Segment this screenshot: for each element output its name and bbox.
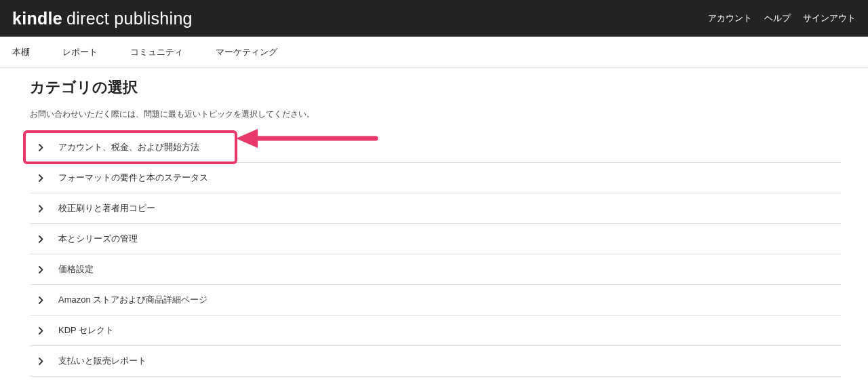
category-item-books-series[interactable]: 本とシリーズの管理: [30, 224, 841, 254]
category-label: 支払いと販売レポート: [58, 355, 146, 367]
category-label: 価格設定: [58, 263, 94, 275]
content: カテゴリの選択 お問い合わせいただく際には、問題に最も近いトピックを選択してくだ…: [0, 68, 868, 382]
header-link-help[interactable]: ヘルプ: [764, 12, 791, 24]
category-label: KDP セレクト: [58, 324, 114, 337]
nav-marketing[interactable]: マーケティング: [216, 46, 277, 58]
header-link-signout[interactable]: サインアウト: [803, 12, 856, 24]
category-item-proof[interactable]: 校正刷りと著者用コピー: [30, 193, 841, 224]
page-subtitle: お問い合わせいただく際には、問題に最も近いトピックを選択してください。: [30, 109, 841, 120]
category-item-pricing[interactable]: 価格設定: [30, 254, 841, 285]
chevron-right-icon: [35, 203, 46, 214]
logo-kindle: kindle: [12, 9, 62, 28]
nav-reports[interactable]: レポート: [62, 46, 98, 58]
chevron-right-icon: [35, 142, 46, 153]
logo-rest: direct publishing: [66, 9, 193, 28]
category-item-kdp-select[interactable]: KDP セレクト: [30, 316, 841, 346]
category-item-content-copyright[interactable]: コンテンツおよび著作権の通知: [30, 377, 841, 382]
nav-community[interactable]: コミュニティ: [130, 46, 183, 58]
category-label: 本とシリーズの管理: [58, 233, 138, 245]
header-link-account[interactable]: アカウント: [708, 12, 752, 24]
category-item-store[interactable]: Amazon ストアおよび商品詳細ページ: [30, 285, 841, 316]
category-label: フォーマットの要件と本のステータス: [58, 172, 208, 184]
category-label: 校正刷りと著者用コピー: [58, 202, 155, 214]
category-item-payments[interactable]: 支払いと販売レポート: [30, 346, 841, 377]
header-links: アカウント ヘルプ サインアウト: [708, 12, 856, 24]
chevron-right-icon: [35, 325, 46, 336]
chevron-right-icon: [35, 356, 46, 366]
chevron-right-icon: [35, 294, 46, 305]
chevron-right-icon: [35, 172, 46, 183]
chevron-right-icon: [35, 264, 46, 275]
page-title: カテゴリの選択: [30, 77, 841, 98]
category-item-account-tax[interactable]: アカウント、税金、および開始方法: [30, 132, 841, 163]
category-label: Amazon ストアおよび商品詳細ページ: [58, 294, 208, 306]
nav-bar: 本棚 レポート コミュニティ マーケティング: [0, 37, 868, 68]
nav-bookshelf[interactable]: 本棚: [12, 46, 30, 58]
category-item-format[interactable]: フォーマットの要件と本のステータス: [30, 163, 841, 193]
category-list: アカウント、税金、および開始方法 フォーマットの要件と本のステータス 校正刷りと…: [30, 132, 841, 382]
logo[interactable]: kindle direct publishing: [12, 9, 193, 28]
top-header: kindle direct publishing アカウント ヘルプ サインアウ…: [0, 0, 868, 37]
category-label: アカウント、税金、および開始方法: [58, 141, 199, 153]
chevron-right-icon: [35, 233, 46, 244]
